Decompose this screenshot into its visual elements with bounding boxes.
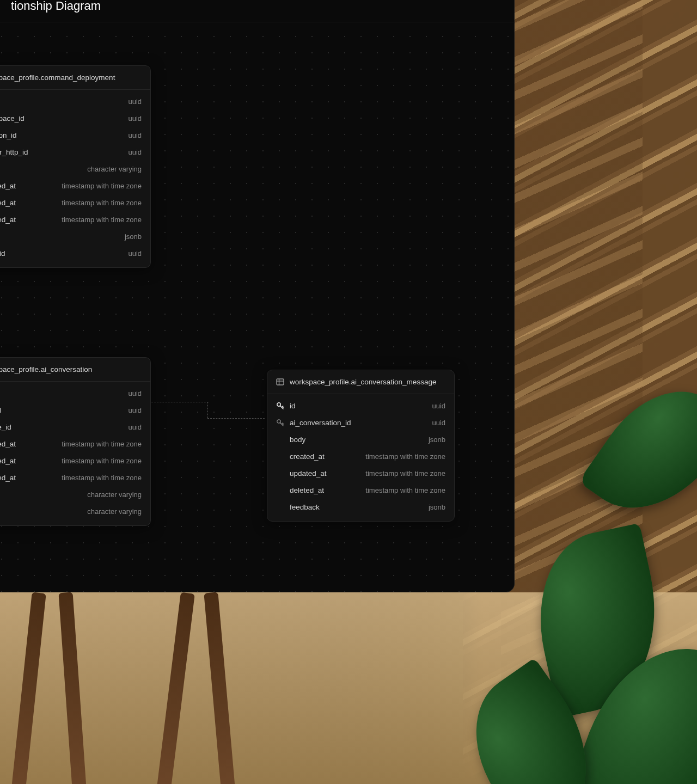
column-row[interactable]: _iduuid [0,402,150,419]
entity-header[interactable]: kspace_profile.command_deployment [0,66,150,90]
column-type: timestamp with time zone [51,457,142,465]
column-type: timestamp with time zone [51,440,142,448]
column-row[interactable]: ated_attimestamp with time zone [0,194,150,211]
column-name: eted_at [0,474,16,482]
column-type: timestamp with time zone [51,474,142,482]
entity-name: kspace_profile.ai_conversation [0,365,92,373]
column-name: kspace_id [0,114,25,122]
column-name: updated_at [290,469,327,477]
erd-canvas[interactable]: kspace_profile.command_deployment uuidks… [0,24,514,592]
page-title: tionship Diagram [0,0,514,22]
column-name: id [290,402,296,410]
column-name: created_at [290,452,325,461]
column-type: uuid [117,423,142,431]
column-row[interactable]: rce_iduuid [0,419,150,436]
column-type: jsonb [114,232,142,241]
column-row[interactable]: eted_attimestamp with time zone [0,211,150,228]
column-row[interactable]: ger_http_iduuid [0,144,150,161]
column-row[interactable]: ailjsonb [0,228,150,245]
entity-columns: iduuidai_conversation_iduuidbodyjsonbcre… [267,394,454,521]
entity-header[interactable]: kspace_profile.ai_conversation [0,358,150,382]
column-name: eted_at [0,216,16,224]
column-type: timestamp with time zone [51,216,142,224]
relationship-connector [207,402,208,418]
column-type: jsonb [418,503,445,511]
column-row[interactable]: iduuid [267,397,454,414]
column-name: ction_id [0,131,17,139]
column-type: uuid [117,131,142,139]
column-name: feedback [290,503,320,511]
column-row[interactable]: kspace_iduuid [0,110,150,127]
column-type: uuid [117,249,142,258]
column-type: timestamp with time zone [51,199,142,207]
entity-ai-conversation-message[interactable]: workspace_profile.ai_conversation_messag… [267,370,455,522]
column-type: uuid [117,114,142,122]
column-row[interactable]: uscharacter varying [0,161,150,177]
column-row[interactable]: ated_attimestamp with time zone [0,452,150,469]
column-row[interactable]: echaracter varying [0,486,150,503]
column-type: character varying [76,491,142,499]
column-row[interactable]: feedbackjsonb [267,499,454,516]
entity-header[interactable]: workspace_profile.ai_conversation_messag… [267,370,454,394]
column-row[interactable]: e_iduuid [0,245,150,262]
column-type: uuid [117,97,142,106]
entity-columns: uuid_iduuidrce_iduuidated_attimestamp wi… [0,382,150,525]
column-name: _id [0,406,1,414]
column-row[interactable]: created_attimestamp with time zone [267,448,454,465]
column-type: timestamp with time zone [354,469,445,477]
column-row[interactable]: bodyjsonb [267,431,454,448]
column-type: uuid [117,389,142,397]
column-type: uuid [421,419,445,427]
column-row[interactable]: ction_iduuid [0,127,150,144]
column-type: character varying [76,507,142,516]
column-type: uuid [117,406,142,414]
column-name: ated_at [0,199,16,207]
column-row[interactable]: eted_attimestamp with time zone [0,469,150,486]
column-row[interactable]: updated_attimestamp with time zone [267,465,454,482]
relationship-connector [207,418,265,419]
column-row[interactable]: echaracter varying [0,503,150,520]
no-key-spacer [276,486,284,494]
column-name: ated_at [0,457,16,465]
entity-name: workspace_profile.ai_conversation_messag… [290,378,436,386]
column-row[interactable]: deleted_attimestamp with time zone [267,482,454,499]
entity-ai-conversation[interactable]: kspace_profile.ai_conversation uuid_iduu… [0,357,151,526]
column-name: deleted_at [290,486,324,494]
column-name: e_id [0,249,5,258]
column-type: timestamp with time zone [51,182,142,190]
column-name: ai_conversation_id [290,419,351,427]
column-type: uuid [117,148,142,156]
column-name: ated_at [0,182,16,190]
foreign-key-icon [276,419,284,427]
column-row[interactable]: uuid [0,93,150,110]
column-type: uuid [421,402,445,410]
column-row[interactable]: ai_conversation_iduuid [267,414,454,431]
column-name: body [290,436,305,444]
primary-key-icon [276,402,284,410]
no-key-spacer [276,452,284,461]
relationship-connector [151,402,209,402]
no-key-spacer [276,469,284,477]
no-key-spacer [276,503,284,511]
erd-window: tionship Diagram kspace_profile.command_… [0,0,515,592]
column-type: timestamp with time zone [354,452,445,461]
no-key-spacer [276,436,284,444]
column-name: rce_id [0,423,11,431]
column-type: character varying [76,165,142,173]
column-name: ger_http_id [0,148,28,156]
column-row[interactable]: uuid [0,385,150,402]
column-type: timestamp with time zone [354,486,445,494]
entity-name: kspace_profile.command_deployment [0,74,115,82]
entity-command-deployment[interactable]: kspace_profile.command_deployment uuidks… [0,65,151,268]
table-icon [276,378,284,386]
column-type: jsonb [418,436,445,444]
entity-columns: uuidkspace_iduuidction_iduuidger_http_id… [0,90,150,267]
column-row[interactable]: ated_attimestamp with time zone [0,177,150,194]
column-name: ated_at [0,440,16,448]
column-row[interactable]: ated_attimestamp with time zone [0,436,150,452]
